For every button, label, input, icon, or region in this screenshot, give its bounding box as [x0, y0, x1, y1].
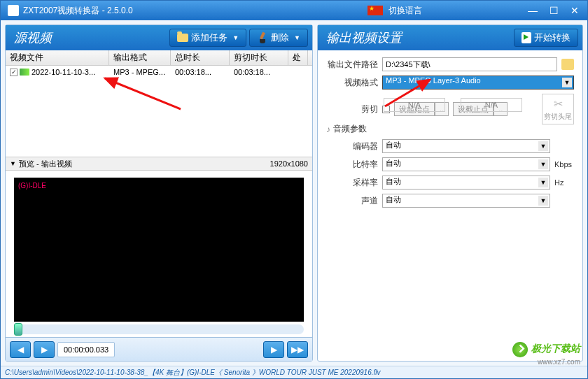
col-process[interactable]: 处 [288, 50, 308, 65]
row-duration: 00:03:18... [171, 68, 230, 76]
bitrate-value: 自动 [386, 159, 401, 167]
cut-label: 剪切头尾 [544, 112, 572, 122]
trim-start-na: N/A [384, 98, 445, 112]
play-button[interactable]: ▶ [263, 341, 284, 358]
switch-language-button[interactable]: 切换语言 [388, 5, 422, 17]
bitrate-label: 比特率 [326, 159, 378, 171]
chevron-down-icon: ▼ [232, 34, 239, 41]
preview-label: 预览 - 输出视频 [19, 159, 72, 169]
annotation-arrow-left [97, 74, 188, 116]
samplerate-label: 采样率 [326, 177, 378, 189]
app-icon [8, 5, 19, 16]
add-task-button[interactable]: 添加任务 ▼ [169, 29, 246, 47]
left-panel-header: 源视频 添加任务 ▼ 删除 ▼ [6, 25, 312, 50]
row-filename: 2022-10-11-10-3... [31, 68, 95, 76]
kbps-unit: Kbps [554, 160, 574, 169]
encoder-value: 自动 [386, 141, 401, 149]
scissors-icon: ✂ [554, 97, 563, 110]
source-video-title: 源视频 [10, 29, 56, 46]
play-doc-icon [522, 32, 531, 43]
status-filepath: C:\Users\admin\Videos\2022-10-11-10-38-3… [5, 368, 381, 378]
hz-unit: Hz [554, 178, 574, 187]
col-duration[interactable]: 总时长 [171, 50, 230, 65]
browse-folder-button[interactable] [561, 59, 574, 70]
outpath-input[interactable] [382, 57, 557, 71]
preview-overlay-text: (G)I-DLE [18, 182, 46, 190]
chevron-down-icon: ▼ [562, 78, 572, 87]
preview-resolution: 1920x1080 [270, 159, 308, 168]
videofmt-value: MP3 - MPEG Layer-3 Audio [386, 76, 481, 85]
chevron-down-icon: ▼ [538, 178, 548, 187]
brush-icon [257, 32, 268, 43]
row-format: MP3 - MPEG... [109, 68, 171, 76]
bitrate-select[interactable]: 自动 ▼ [382, 157, 550, 171]
outpath-label: 输出文件路径 [326, 59, 378, 71]
time-display: 00:00:00.033 [57, 342, 115, 357]
list-header: 视频文件 输出格式 总时长 剪切时长 处 [6, 50, 312, 66]
add-task-label: 添加任务 [191, 31, 227, 44]
chevron-down-icon: ▼ [538, 196, 548, 206]
slider-thumb[interactable] [14, 323, 22, 336]
playback-controls: ◀ ▶ 00:00:00.033 ▶ ▶▶ [6, 337, 312, 361]
row-trim: 00:03:18... [230, 68, 288, 76]
step-back-button[interactable]: ◀ [10, 341, 31, 358]
close-button[interactable]: ✕ [566, 4, 583, 17]
status-bar: C:\Users\admin\Videos\2022-10-11-10-38-3… [1, 366, 587, 378]
svg-line-0 [105, 78, 181, 109]
main-area: 源视频 添加任务 ▼ 删除 ▼ 视频文件 输出格式 总时长 剪切时长 处 ✓ [1, 20, 587, 366]
audio-section-label: ♪ 音频参数 [326, 123, 574, 135]
music-note-icon: ♪ [326, 124, 330, 134]
encoder-label: 编码器 [326, 141, 378, 152]
encoder-select[interactable]: 自动 ▼ [382, 139, 550, 153]
step-fwd-button[interactable]: ▶ [34, 341, 55, 358]
channel-value: 自动 [386, 195, 401, 203]
delete-button[interactable]: 删除 ▼ [249, 29, 308, 47]
watermark-name: 极光下载站 [531, 343, 580, 354]
app-title: ZXT2007视频转换器 - 2.5.0.0 [23, 5, 133, 17]
maximize-button[interactable]: ☐ [545, 4, 562, 17]
watermark: 极光下载站 www.xz7.com [512, 342, 580, 366]
playback-slider[interactable] [14, 324, 304, 334]
right-panel-header: 输出视频设置 开始转换 [318, 25, 582, 50]
videofmt-label: 视频格式 [326, 77, 378, 89]
chevron-down-icon: ▼ [294, 34, 300, 41]
preview-bar: ▼ 预览 - 输出视频 1920x1080 [6, 157, 312, 171]
output-settings-panel: 输出视频设置 开始转换 输出文件路径 视频格式 MP3 - MPEG Layer… [317, 24, 583, 362]
chevron-down-icon: ▼ [538, 159, 548, 169]
row-checkbox[interactable]: ✓ [10, 69, 18, 76]
start-convert-button[interactable]: 开始转换 [514, 29, 578, 47]
channel-label: 声道 [326, 195, 378, 207]
cut-head-tail-button[interactable]: ✂ 剪切头尾 [542, 94, 574, 124]
trim-end-na: N/A [461, 98, 522, 112]
preview-video[interactable]: (G)I-DLE [14, 178, 304, 322]
col-format[interactable]: 输出格式 [109, 50, 171, 65]
list-body[interactable]: ✓ 2022-10-11-10-3... MP3 - MPEG... 00:03… [6, 66, 312, 157]
flag-cn-icon [368, 6, 383, 15]
chevron-down-icon: ▼ [538, 141, 548, 151]
col-trim[interactable]: 剪切时长 [230, 50, 288, 65]
source-video-panel: 源视频 添加任务 ▼ 删除 ▼ 视频文件 输出格式 总时长 剪切时长 处 ✓ [5, 24, 313, 362]
delete-label: 删除 [271, 31, 289, 44]
settings-body: 输出文件路径 视频格式 MP3 - MPEG Layer-3 Audio ▼ 剪… [318, 50, 582, 361]
output-settings-title: 输出视频设置 [322, 29, 406, 46]
titlebar: ZXT2007视频转换器 - 2.5.0.0 切换语言 — ☐ ✕ [1, 1, 587, 20]
channel-select[interactable]: 自动 ▼ [382, 194, 550, 208]
watermark-url: www.xz7.com [538, 358, 580, 366]
next-button[interactable]: ▶▶ [287, 341, 308, 358]
triangle-down-icon[interactable]: ▼ [10, 160, 16, 167]
watermark-icon [512, 342, 528, 357]
videofmt-select[interactable]: MP3 - MPEG Layer-3 Audio ▼ [382, 76, 574, 90]
list-row[interactable]: ✓ 2022-10-11-10-3... MP3 - MPEG... 00:03… [6, 66, 312, 78]
start-label: 开始转换 [534, 31, 570, 44]
col-file[interactable]: 视频文件 [6, 50, 109, 65]
minimize-button[interactable]: — [524, 4, 541, 17]
samplerate-value: 自动 [386, 177, 401, 185]
video-file-icon [20, 69, 29, 76]
trim-label: 剪切 [326, 103, 378, 115]
folder-icon [177, 34, 188, 42]
samplerate-select[interactable]: 自动 ▼ [382, 176, 550, 190]
